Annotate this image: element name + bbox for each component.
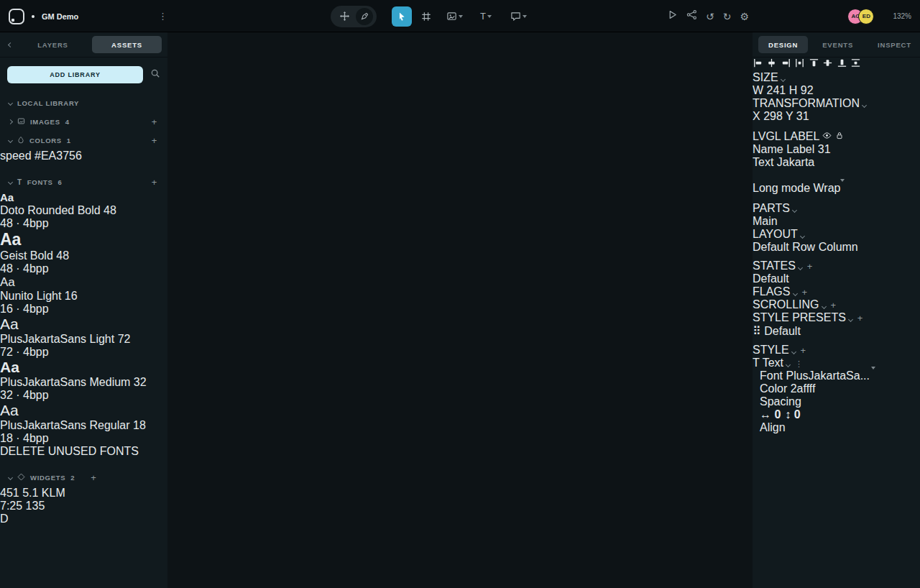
add-image-button[interactable]: + xyxy=(150,116,159,127)
name-input[interactable]: Label 31 xyxy=(786,143,830,155)
font-item[interactable]: Aa PlusJakartaSans Medium 32 32 · 4bpp xyxy=(0,359,167,402)
long-mode-dropdown[interactable]: Wrap xyxy=(814,182,845,194)
eye-icon[interactable] xyxy=(822,130,832,142)
distribute-vertical-icon[interactable] xyxy=(850,58,861,70)
tab-design[interactable]: DESIGN xyxy=(758,36,808,53)
section-flags[interactable]: FLAGS + xyxy=(753,285,920,298)
width-input[interactable]: W 241 xyxy=(753,84,789,96)
sync-icon[interactable]: ↻ xyxy=(723,12,732,22)
section-colors[interactable]: COLORS 1 + xyxy=(0,131,167,150)
section-widgets[interactable]: WIDGETS 2 + xyxy=(0,468,167,487)
add-library-button[interactable]: ADD LIBRARY xyxy=(7,66,143,83)
image-tool-icon[interactable] xyxy=(441,6,468,27)
section-scrolling[interactable]: SCROLLING + xyxy=(753,298,920,311)
app-root: GM Demo ⋮ xyxy=(0,0,920,588)
widget-card-gauge-1[interactable]: 451 5.1 KLM xyxy=(0,487,167,500)
add-state-button[interactable]: + xyxy=(806,261,814,272)
font-preview: Aa xyxy=(0,316,19,332)
avatar[interactable]: ED xyxy=(858,9,874,24)
pen-tool-icon[interactable] xyxy=(356,8,373,25)
align-center-horizontal-icon[interactable] xyxy=(766,58,777,70)
chevron-down-icon[interactable] xyxy=(523,15,527,18)
align-right-icon[interactable] xyxy=(781,58,791,70)
chevron-down-icon[interactable] xyxy=(487,15,492,18)
layout-option-default[interactable]: Default xyxy=(753,241,789,253)
delete-unused-fonts-button[interactable]: DELETE UNUSED FONTS xyxy=(0,445,167,458)
line-spacing-input[interactable]: ↕ 0 xyxy=(785,408,800,421)
text-input[interactable]: Jakarta xyxy=(777,156,814,168)
settings-gear-icon[interactable]: ⚙ xyxy=(740,12,749,22)
distribute-horizontal-icon[interactable] xyxy=(794,58,805,70)
right-sidebar: DESIGN EVENTS INSPECT SIZE W 241 xyxy=(753,32,920,588)
font-item[interactable]: Aa PlusJakartaSans Regular 18 18 · 4bpp xyxy=(0,402,167,445)
gauge-ring: 451 5.1 KLM xyxy=(0,487,167,500)
drag-handle-icon[interactable]: ⠿ xyxy=(753,325,761,337)
font-item[interactable]: Aa Geist Bold 48 48 · 4bpp xyxy=(0,230,167,275)
section-transformation[interactable]: TRANSFORMATION xyxy=(753,97,920,110)
text-tool-icon[interactable]: T xyxy=(472,6,500,27)
font-item[interactable]: Aa PlusJakartaSans Light 72 72 · 4bpp xyxy=(0,316,167,359)
chevron-down-icon[interactable] xyxy=(459,15,463,18)
section-lvgl-label: LVGL LABEL xyxy=(753,130,920,143)
style-preset-default[interactable]: ⠿ Default xyxy=(753,324,920,338)
add-style-button[interactable]: + xyxy=(799,345,808,356)
align-bottom-icon[interactable] xyxy=(837,58,847,70)
part-chip-main[interactable]: Main xyxy=(753,215,778,227)
align-top-icon[interactable] xyxy=(809,58,819,70)
add-font-button[interactable]: + xyxy=(150,177,159,188)
history-icon[interactable]: ↺ xyxy=(706,12,714,22)
move-tool-icon[interactable] xyxy=(334,6,354,27)
chevron-right-icon xyxy=(8,119,13,124)
height-input[interactable]: H 92 xyxy=(789,84,814,96)
add-scrolling-button[interactable]: + xyxy=(829,300,837,311)
section-fonts[interactable]: T FONTS 6 + xyxy=(0,173,167,191)
widget-card-gauge-2[interactable]: 7:25 135 D xyxy=(0,500,167,525)
section-local-library[interactable]: LOCAL LIBRARY xyxy=(0,93,167,112)
section-layout[interactable]: LAYOUT xyxy=(753,228,920,241)
search-icon[interactable] xyxy=(150,68,160,81)
layout-option-row[interactable]: Row xyxy=(792,241,815,253)
font-item[interactable]: Aa Nunito Light 16 16 · 4bpp xyxy=(0,275,167,316)
add-color-button[interactable]: + xyxy=(150,135,159,146)
play-button[interactable] xyxy=(667,9,678,23)
section-label: FONTS xyxy=(27,178,53,186)
back-chevron-icon[interactable] xyxy=(8,42,13,47)
x-input[interactable]: X 298 xyxy=(753,110,786,122)
tab-inspect[interactable]: INSPECT xyxy=(868,36,920,53)
tab-layers[interactable]: LAYERS xyxy=(18,36,88,53)
style-kebab-icon[interactable]: ⋮ xyxy=(794,359,804,368)
section-images[interactable]: IMAGES 4 + xyxy=(0,112,167,131)
frame-tool-icon[interactable] xyxy=(416,6,436,27)
add-flag-button[interactable]: + xyxy=(800,287,809,298)
section-style-presets[interactable]: STYLE PRESETS + xyxy=(753,311,920,324)
align-center-vertical-icon[interactable] xyxy=(822,58,833,70)
project-menu[interactable]: ⋮ xyxy=(155,0,170,32)
section-states[interactable]: STATES + xyxy=(753,259,920,272)
state-default[interactable]: Default xyxy=(753,272,920,285)
style-color-input[interactable]: 2affff xyxy=(791,382,816,395)
style-font-dropdown[interactable]: PlusJakartaSa... xyxy=(786,369,875,382)
letter-spacing-input[interactable]: ↔ 0 xyxy=(760,408,781,421)
section-parts[interactable]: PARTS xyxy=(753,202,920,215)
share-icon[interactable] xyxy=(686,9,697,23)
select-tool-icon[interactable] xyxy=(392,6,412,27)
layout-option-column[interactable]: Column xyxy=(819,241,858,253)
zoom-level[interactable]: 132% xyxy=(893,12,911,20)
kebab-menu-icon[interactable]: ⋮ xyxy=(155,11,170,22)
add-style-preset-button[interactable]: + xyxy=(856,313,865,323)
section-size[interactable]: SIZE xyxy=(753,71,920,84)
color-item-speed[interactable]: speed #EA3756 xyxy=(0,150,167,162)
comment-tool-icon[interactable] xyxy=(504,6,533,27)
y-input[interactable]: Y 31 xyxy=(786,110,809,122)
y-prefix: Y xyxy=(786,110,793,122)
add-widget-button[interactable]: + xyxy=(89,472,98,483)
align-left-icon[interactable] xyxy=(753,58,763,70)
section-style[interactable]: STYLE + xyxy=(753,344,920,357)
style-group-text[interactable]: T Text ⋮ xyxy=(753,357,920,369)
lock-icon[interactable] xyxy=(835,130,844,142)
app-logo[interactable] xyxy=(9,9,24,24)
tab-assets[interactable]: ASSETS xyxy=(92,36,162,53)
tab-events[interactable]: EVENTS xyxy=(812,36,863,53)
font-item[interactable]: Aa Doto Rounded Bold 48 48 · 4bpp xyxy=(0,191,167,230)
section-label: STYLE PRESETS xyxy=(753,311,846,323)
